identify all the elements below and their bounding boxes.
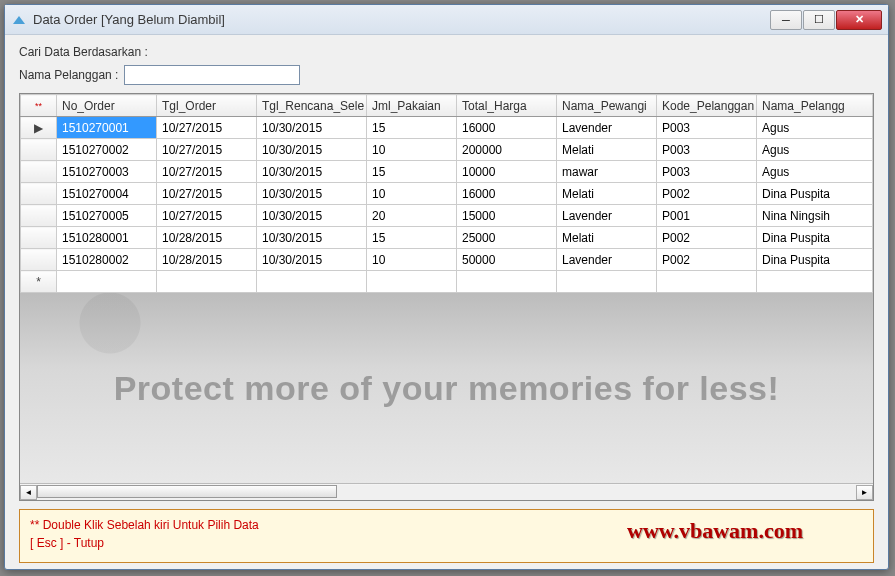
row-header[interactable] <box>21 161 57 183</box>
row-header[interactable]: * <box>21 271 57 293</box>
column-header[interactable]: Jml_Pakaian <box>367 95 457 117</box>
cell[interactable]: 200000 <box>457 139 557 161</box>
cell[interactable]: 10 <box>367 183 457 205</box>
cell[interactable]: Agus <box>757 117 873 139</box>
cell[interactable]: P003 <box>657 139 757 161</box>
cell[interactable]: mawar <box>557 161 657 183</box>
row-header[interactable]: ▶ <box>21 117 57 139</box>
maximize-button[interactable]: ☐ <box>803 10 835 30</box>
cell[interactable]: 10/30/2015 <box>257 139 367 161</box>
cell[interactable]: P003 <box>657 161 757 183</box>
cell[interactable]: Dina Puspita <box>757 227 873 249</box>
cell[interactable]: 15 <box>367 117 457 139</box>
column-header[interactable]: Kode_Pelanggan <box>657 95 757 117</box>
cell[interactable] <box>367 271 457 293</box>
cell[interactable]: P002 <box>657 183 757 205</box>
cell[interactable]: 50000 <box>457 249 557 271</box>
scroll-right-button[interactable]: ► <box>856 485 873 500</box>
cell[interactable]: 10/28/2015 <box>157 227 257 249</box>
data-grid[interactable]: **No_OrderTgl_OrderTgl_Rencana_SeleJml_P… <box>19 93 874 501</box>
cell[interactable]: 10/30/2015 <box>257 117 367 139</box>
row-header[interactable] <box>21 183 57 205</box>
cell[interactable]: 10/27/2015 <box>157 139 257 161</box>
cell[interactable]: 10/30/2015 <box>257 205 367 227</box>
new-row[interactable]: * <box>21 271 873 293</box>
cell[interactable] <box>257 271 367 293</box>
column-header[interactable]: Tgl_Order <box>157 95 257 117</box>
column-header[interactable]: Total_Harga <box>457 95 557 117</box>
cell[interactable]: P002 <box>657 227 757 249</box>
close-button[interactable]: ✕ <box>836 10 882 30</box>
scroll-left-button[interactable]: ◄ <box>20 485 37 500</box>
scroll-thumb[interactable] <box>37 485 337 498</box>
cell[interactable]: Lavender <box>557 205 657 227</box>
cell[interactable]: 1510270002 <box>57 139 157 161</box>
table-row[interactable]: 151028000210/28/201510/30/20151050000Lav… <box>21 249 873 271</box>
table-row[interactable]: 151027000310/27/201510/30/20151510000maw… <box>21 161 873 183</box>
cell[interactable]: P003 <box>657 117 757 139</box>
cell[interactable]: 10/30/2015 <box>257 249 367 271</box>
cell[interactable]: 1510270004 <box>57 183 157 205</box>
cell[interactable]: Dina Puspita <box>757 249 873 271</box>
cell[interactable]: Melati <box>557 139 657 161</box>
table-row[interactable]: ▶151027000110/27/201510/30/20151516000La… <box>21 117 873 139</box>
grid-corner[interactable]: ** <box>21 95 57 117</box>
cell[interactable]: Melati <box>557 227 657 249</box>
cell[interactable]: Agus <box>757 161 873 183</box>
cell[interactable]: 1510280001 <box>57 227 157 249</box>
cell[interactable] <box>757 271 873 293</box>
cell[interactable]: Agus <box>757 139 873 161</box>
cell[interactable]: 16000 <box>457 117 557 139</box>
cell[interactable]: 10/30/2015 <box>257 161 367 183</box>
cell[interactable]: 10/27/2015 <box>157 161 257 183</box>
horizontal-scrollbar[interactable]: ◄ ► <box>20 483 873 500</box>
cell[interactable]: 15 <box>367 227 457 249</box>
cell[interactable]: 10/27/2015 <box>157 183 257 205</box>
table-row[interactable]: 151027000410/27/201510/30/20151016000Mel… <box>21 183 873 205</box>
cell[interactable]: 1510270003 <box>57 161 157 183</box>
cell[interactable]: 10/30/2015 <box>257 183 367 205</box>
cell[interactable]: Lavender <box>557 117 657 139</box>
column-header[interactable]: No_Order <box>57 95 157 117</box>
cell[interactable] <box>57 271 157 293</box>
cell[interactable]: 10000 <box>457 161 557 183</box>
cell[interactable]: 10/27/2015 <box>157 117 257 139</box>
cell[interactable]: Lavender <box>557 249 657 271</box>
cell[interactable]: P002 <box>657 249 757 271</box>
cell[interactable]: 10/27/2015 <box>157 205 257 227</box>
cell[interactable]: 1510270005 <box>57 205 157 227</box>
row-header[interactable] <box>21 205 57 227</box>
cell[interactable]: Dina Puspita <box>757 183 873 205</box>
titlebar[interactable]: Data Order [Yang Belum Diambil] ─ ☐ ✕ <box>5 5 888 35</box>
cell[interactable]: 20 <box>367 205 457 227</box>
cell[interactable]: 10 <box>367 249 457 271</box>
row-header[interactable] <box>21 249 57 271</box>
cell[interactable]: Nina Ningsih <box>757 205 873 227</box>
scroll-track[interactable] <box>37 485 856 500</box>
row-header[interactable] <box>21 139 57 161</box>
cell[interactable]: 10/28/2015 <box>157 249 257 271</box>
cell[interactable] <box>157 271 257 293</box>
row-header[interactable] <box>21 227 57 249</box>
cell[interactable]: 1510270001 <box>57 117 157 139</box>
cell[interactable]: 15000 <box>457 205 557 227</box>
cell[interactable]: 15 <box>367 161 457 183</box>
customer-name-input[interactable] <box>124 65 300 85</box>
cell[interactable]: 25000 <box>457 227 557 249</box>
cell[interactable]: Melati <box>557 183 657 205</box>
cell[interactable]: P001 <box>657 205 757 227</box>
cell[interactable]: 16000 <box>457 183 557 205</box>
cell[interactable]: 10 <box>367 139 457 161</box>
minimize-button[interactable]: ─ <box>770 10 802 30</box>
table-row[interactable]: 151027000210/27/201510/30/201510200000Me… <box>21 139 873 161</box>
cell[interactable]: 1510280002 <box>57 249 157 271</box>
cell[interactable] <box>657 271 757 293</box>
cell[interactable] <box>557 271 657 293</box>
cell[interactable] <box>457 271 557 293</box>
column-header[interactable]: Tgl_Rencana_Sele <box>257 95 367 117</box>
column-header[interactable]: Nama_Pewangi <box>557 95 657 117</box>
column-header[interactable]: Nama_Pelangg <box>757 95 873 117</box>
table-row[interactable]: 151027000510/27/201510/30/20152015000Lav… <box>21 205 873 227</box>
table-row[interactable]: 151028000110/28/201510/30/20151525000Mel… <box>21 227 873 249</box>
cell[interactable]: 10/30/2015 <box>257 227 367 249</box>
